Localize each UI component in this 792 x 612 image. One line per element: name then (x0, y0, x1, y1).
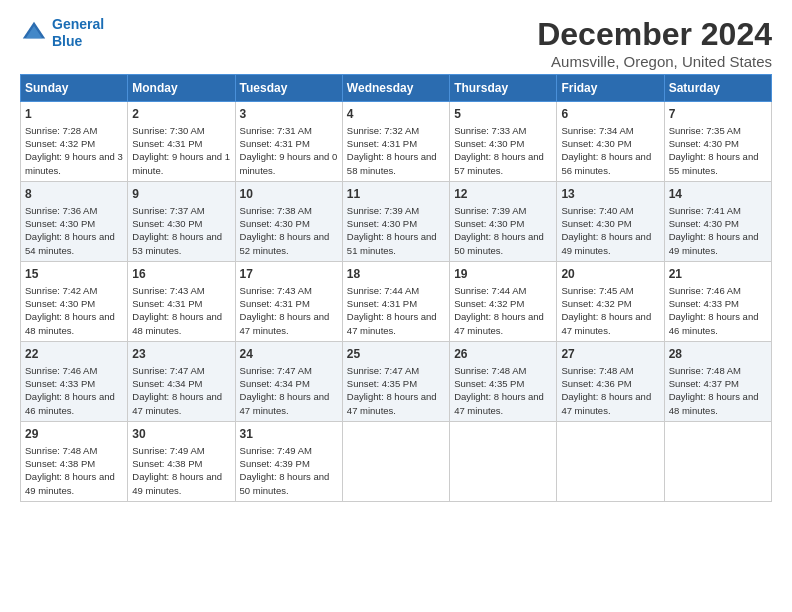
calendar-cell: 15Sunrise: 7:42 AMSunset: 4:30 PMDayligh… (21, 261, 128, 341)
col-thursday: Thursday (450, 75, 557, 102)
calendar-table: Sunday Monday Tuesday Wednesday Thursday… (20, 74, 772, 502)
col-saturday: Saturday (664, 75, 771, 102)
calendar-cell: 23Sunrise: 7:47 AMSunset: 4:34 PMDayligh… (128, 341, 235, 421)
daylight: Daylight: 8 hours and 48 minutes. (132, 311, 222, 335)
sunset: Sunset: 4:34 PM (240, 378, 310, 389)
daylight: Daylight: 8 hours and 55 minutes. (669, 151, 759, 175)
logo-icon (20, 19, 48, 47)
calendar-cell: 2Sunrise: 7:30 AMSunset: 4:31 PMDaylight… (128, 102, 235, 182)
sunset: Sunset: 4:31 PM (347, 138, 417, 149)
calendar-cell: 29Sunrise: 7:48 AMSunset: 4:38 PMDayligh… (21, 421, 128, 501)
daylight: Daylight: 8 hours and 46 minutes. (669, 311, 759, 335)
calendar-cell: 30Sunrise: 7:49 AMSunset: 4:38 PMDayligh… (128, 421, 235, 501)
daylight: Daylight: 8 hours and 46 minutes. (25, 391, 115, 415)
calendar-cell (342, 421, 449, 501)
sunrise: Sunrise: 7:45 AM (561, 285, 633, 296)
daylight: Daylight: 8 hours and 47 minutes. (561, 391, 651, 415)
calendar-cell: 8Sunrise: 7:36 AMSunset: 4:30 PMDaylight… (21, 181, 128, 261)
daylight: Daylight: 8 hours and 47 minutes. (240, 391, 330, 415)
sunset: Sunset: 4:38 PM (25, 458, 95, 469)
sunset: Sunset: 4:38 PM (132, 458, 202, 469)
calendar-cell: 20Sunrise: 7:45 AMSunset: 4:32 PMDayligh… (557, 261, 664, 341)
week-row-1: 8Sunrise: 7:36 AMSunset: 4:30 PMDaylight… (21, 181, 772, 261)
daylight: Daylight: 8 hours and 54 minutes. (25, 231, 115, 255)
logo: General Blue (20, 16, 104, 50)
page: General Blue December 2024 Aumsville, Or… (0, 0, 792, 512)
day-number: 13 (561, 186, 659, 203)
sunrise: Sunrise: 7:33 AM (454, 125, 526, 136)
calendar-cell: 17Sunrise: 7:43 AMSunset: 4:31 PMDayligh… (235, 261, 342, 341)
day-number: 17 (240, 266, 338, 283)
sunrise: Sunrise: 7:47 AM (347, 365, 419, 376)
day-number: 9 (132, 186, 230, 203)
sunset: Sunset: 4:31 PM (240, 138, 310, 149)
sunrise: Sunrise: 7:41 AM (669, 205, 741, 216)
sunrise: Sunrise: 7:48 AM (25, 445, 97, 456)
daylight: Daylight: 8 hours and 48 minutes. (25, 311, 115, 335)
sunrise: Sunrise: 7:40 AM (561, 205, 633, 216)
day-number: 26 (454, 346, 552, 363)
sunset: Sunset: 4:30 PM (561, 218, 631, 229)
sunset: Sunset: 4:37 PM (669, 378, 739, 389)
daylight: Daylight: 8 hours and 52 minutes. (240, 231, 330, 255)
calendar-cell: 18Sunrise: 7:44 AMSunset: 4:31 PMDayligh… (342, 261, 449, 341)
daylight: Daylight: 8 hours and 47 minutes. (240, 311, 330, 335)
sunrise: Sunrise: 7:42 AM (25, 285, 97, 296)
col-friday: Friday (557, 75, 664, 102)
sunrise: Sunrise: 7:47 AM (132, 365, 204, 376)
sunrise: Sunrise: 7:49 AM (240, 445, 312, 456)
sunrise: Sunrise: 7:30 AM (132, 125, 204, 136)
day-number: 1 (25, 106, 123, 123)
calendar-cell: 22Sunrise: 7:46 AMSunset: 4:33 PMDayligh… (21, 341, 128, 421)
sunset: Sunset: 4:31 PM (132, 138, 202, 149)
week-row-0: 1Sunrise: 7:28 AMSunset: 4:32 PMDaylight… (21, 102, 772, 182)
sunset: Sunset: 4:30 PM (669, 138, 739, 149)
sunrise: Sunrise: 7:48 AM (669, 365, 741, 376)
day-number: 16 (132, 266, 230, 283)
calendar-cell: 10Sunrise: 7:38 AMSunset: 4:30 PMDayligh… (235, 181, 342, 261)
daylight: Daylight: 8 hours and 51 minutes. (347, 231, 437, 255)
calendar-cell: 28Sunrise: 7:48 AMSunset: 4:37 PMDayligh… (664, 341, 771, 421)
sunset: Sunset: 4:36 PM (561, 378, 631, 389)
calendar-cell: 1Sunrise: 7:28 AMSunset: 4:32 PMDaylight… (21, 102, 128, 182)
daylight: Daylight: 8 hours and 50 minutes. (240, 471, 330, 495)
daylight: Daylight: 8 hours and 48 minutes. (669, 391, 759, 415)
sunset: Sunset: 4:30 PM (240, 218, 310, 229)
daylight: Daylight: 8 hours and 58 minutes. (347, 151, 437, 175)
calendar-cell (450, 421, 557, 501)
calendar-cell: 9Sunrise: 7:37 AMSunset: 4:30 PMDaylight… (128, 181, 235, 261)
day-number: 30 (132, 426, 230, 443)
sunset: Sunset: 4:39 PM (240, 458, 310, 469)
day-number: 15 (25, 266, 123, 283)
col-sunday: Sunday (21, 75, 128, 102)
sunrise: Sunrise: 7:46 AM (669, 285, 741, 296)
sunset: Sunset: 4:30 PM (561, 138, 631, 149)
logo-general: General (52, 16, 104, 32)
sunrise: Sunrise: 7:48 AM (454, 365, 526, 376)
calendar-cell: 19Sunrise: 7:44 AMSunset: 4:32 PMDayligh… (450, 261, 557, 341)
col-tuesday: Tuesday (235, 75, 342, 102)
day-number: 5 (454, 106, 552, 123)
day-number: 18 (347, 266, 445, 283)
sunrise: Sunrise: 7:46 AM (25, 365, 97, 376)
daylight: Daylight: 8 hours and 47 minutes. (561, 311, 651, 335)
sunrise: Sunrise: 7:28 AM (25, 125, 97, 136)
sunset: Sunset: 4:32 PM (25, 138, 95, 149)
sunset: Sunset: 4:31 PM (347, 298, 417, 309)
logo-blue: Blue (52, 33, 82, 49)
sunset: Sunset: 4:31 PM (240, 298, 310, 309)
sunrise: Sunrise: 7:39 AM (347, 205, 419, 216)
daylight: Daylight: 8 hours and 49 minutes. (132, 471, 222, 495)
day-number: 4 (347, 106, 445, 123)
sunset: Sunset: 4:35 PM (347, 378, 417, 389)
sunrise: Sunrise: 7:31 AM (240, 125, 312, 136)
calendar-cell: 7Sunrise: 7:35 AMSunset: 4:30 PMDaylight… (664, 102, 771, 182)
week-row-4: 29Sunrise: 7:48 AMSunset: 4:38 PMDayligh… (21, 421, 772, 501)
week-row-3: 22Sunrise: 7:46 AMSunset: 4:33 PMDayligh… (21, 341, 772, 421)
day-number: 3 (240, 106, 338, 123)
daylight: Daylight: 8 hours and 56 minutes. (561, 151, 651, 175)
day-number: 8 (25, 186, 123, 203)
day-number: 27 (561, 346, 659, 363)
col-monday: Monday (128, 75, 235, 102)
day-number: 22 (25, 346, 123, 363)
